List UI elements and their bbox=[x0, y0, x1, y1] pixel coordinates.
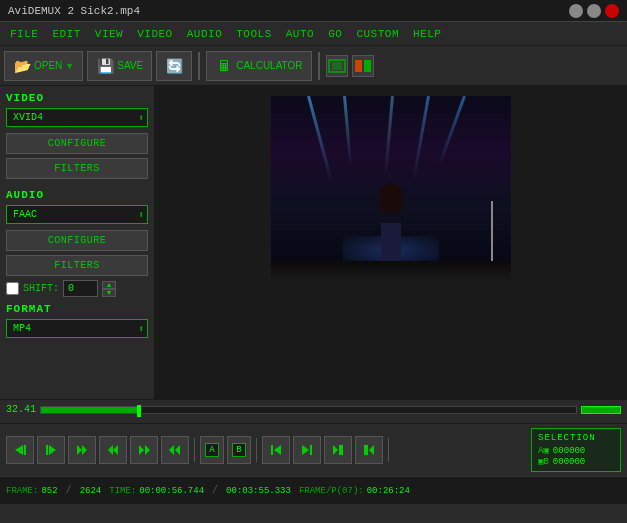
minimize-button[interactable] bbox=[569, 4, 583, 18]
menu-go[interactable]: Go bbox=[322, 26, 348, 42]
mark-b-icon: B bbox=[232, 443, 246, 457]
svg-marker-8 bbox=[77, 445, 82, 455]
svg-marker-11 bbox=[113, 445, 118, 455]
open-icon: 📂 bbox=[13, 57, 31, 75]
open-dropdown-arrow[interactable]: ▼ bbox=[65, 61, 74, 71]
audio-codec-container: FAAC Copy None MP3 ⬍ bbox=[6, 205, 148, 224]
step-forward-icon bbox=[106, 443, 120, 457]
selection-row-b: ▣B 000000 bbox=[538, 456, 614, 467]
transport-sep-1 bbox=[194, 438, 195, 462]
calculator-button[interactable]: 🖩 Calculator bbox=[206, 51, 311, 81]
goto-start-icon bbox=[269, 443, 283, 457]
format-container: MP4 AVI MKV OGM ⬍ bbox=[6, 319, 148, 338]
next-keyframe-button[interactable] bbox=[355, 436, 383, 464]
transport-sep-3 bbox=[388, 438, 389, 462]
transport-rewind-start[interactable] bbox=[6, 436, 34, 464]
display-mode-button[interactable] bbox=[352, 55, 374, 77]
svg-marker-13 bbox=[145, 445, 150, 455]
goto-end-icon bbox=[300, 443, 314, 457]
transport-fast-forward[interactable] bbox=[161, 436, 189, 464]
next-keyframe-icon bbox=[362, 443, 376, 457]
selection-b-icon: ▣B bbox=[538, 456, 549, 467]
menu-audio[interactable]: Audio bbox=[181, 26, 229, 42]
shift-down-button[interactable]: ▼ bbox=[102, 289, 116, 297]
scrubber-time-label: 32.41 bbox=[6, 404, 36, 415]
total-frames-value: 2624 bbox=[80, 486, 102, 496]
format-section: Format MP4 AVI MKV OGM ⬍ bbox=[6, 303, 148, 338]
time-status: Time: 00:00:56.744 bbox=[109, 486, 204, 496]
menu-custom[interactable]: Custom bbox=[350, 26, 405, 42]
video-codec-dropdown[interactable]: Xvid4 Copy None MPEG4 ASP bbox=[6, 108, 148, 127]
time-value: 00:00:56.744 bbox=[139, 486, 204, 496]
format-dropdown[interactable]: MP4 AVI MKV OGM bbox=[6, 319, 148, 338]
menu-auto[interactable]: Auto bbox=[280, 26, 320, 42]
audio-configure-button[interactable]: Configure bbox=[6, 230, 148, 251]
menu-help[interactable]: Help bbox=[407, 26, 447, 42]
scrubber-track[interactable] bbox=[40, 406, 577, 414]
transport-fast-back[interactable] bbox=[130, 436, 158, 464]
light-beam-2 bbox=[343, 96, 352, 166]
prev-keyframe-button[interactable] bbox=[324, 436, 352, 464]
scrubber-area: 32.41 bbox=[0, 399, 627, 423]
save-button[interactable]: 💾 Save bbox=[87, 51, 152, 81]
svg-marker-18 bbox=[302, 445, 309, 455]
mark-a-icon: A bbox=[205, 443, 219, 457]
save-label: Save bbox=[117, 60, 143, 71]
close-button[interactable] bbox=[605, 4, 619, 18]
toolbar: 📂 Open ▼ 💾 Save 🔄 🖩 Calculator bbox=[0, 46, 627, 86]
aspect-ratio-button[interactable] bbox=[326, 55, 348, 77]
shift-input[interactable] bbox=[63, 280, 98, 297]
video-scene bbox=[271, 96, 511, 281]
audio-codec-dropdown[interactable]: FAAC Copy None MP3 bbox=[6, 205, 148, 224]
svg-marker-10 bbox=[108, 445, 113, 455]
menu-edit[interactable]: Edit bbox=[46, 26, 86, 42]
svg-marker-20 bbox=[333, 445, 338, 455]
svg-marker-14 bbox=[169, 445, 174, 455]
status-sep-1: / bbox=[66, 485, 72, 496]
svg-rect-3 bbox=[364, 60, 371, 72]
shift-up-button[interactable]: ▲ bbox=[102, 281, 116, 289]
transport-prev-frame[interactable] bbox=[37, 436, 65, 464]
mark-b-button[interactable]: B bbox=[227, 436, 251, 464]
transport-area: A B Selection A▣ 000000 ▣B 000000 bbox=[0, 423, 627, 476]
performer bbox=[361, 171, 421, 271]
svg-marker-17 bbox=[274, 445, 281, 455]
shift-checkbox[interactable] bbox=[6, 282, 19, 295]
light-beam-5 bbox=[437, 96, 465, 167]
framep-value: 00:26:24 bbox=[367, 486, 410, 496]
menu-video[interactable]: Video bbox=[131, 26, 179, 42]
framep-status: Frame/P(07): 00:26:24 bbox=[299, 486, 410, 496]
video-configure-button[interactable]: Configure bbox=[6, 133, 148, 154]
toolbar-separator-2 bbox=[318, 52, 320, 80]
frame-value: 852 bbox=[41, 486, 57, 496]
prev-frame-icon bbox=[44, 443, 58, 457]
transport-step-forward[interactable] bbox=[99, 436, 127, 464]
video-section-label: Video bbox=[6, 92, 148, 104]
refresh-button[interactable]: 🔄 bbox=[156, 51, 192, 81]
audio-filters-button[interactable]: Filters bbox=[6, 255, 148, 276]
video-preview-area bbox=[155, 86, 627, 399]
status-bar: Frame: 852 / 2624 Time: 00:00:56.744 / 0… bbox=[0, 476, 627, 504]
left-panel: Video Xvid4 Copy None MPEG4 ASP ⬍ Config… bbox=[0, 86, 155, 399]
open-button[interactable]: 📂 Open ▼ bbox=[4, 51, 83, 81]
svg-marker-23 bbox=[369, 445, 374, 455]
time-label: Time: bbox=[109, 486, 136, 496]
menu-tools[interactable]: Tools bbox=[230, 26, 278, 42]
video-filters-button[interactable]: Filters bbox=[6, 158, 148, 179]
frame-status: Frame: 852 bbox=[6, 486, 58, 496]
menu-view[interactable]: View bbox=[89, 26, 129, 42]
menu-file[interactable]: File bbox=[4, 26, 44, 42]
svg-rect-6 bbox=[46, 445, 48, 455]
selection-title: Selection bbox=[538, 433, 614, 443]
goto-start-button[interactable] bbox=[262, 436, 290, 464]
maximize-button[interactable] bbox=[587, 4, 601, 18]
scrubber-thumb[interactable] bbox=[137, 405, 141, 417]
transport-step-back[interactable] bbox=[68, 436, 96, 464]
svg-marker-4 bbox=[15, 445, 23, 455]
performer-head bbox=[382, 191, 400, 213]
fast-back-icon bbox=[137, 443, 151, 457]
goto-end-button[interactable] bbox=[293, 436, 321, 464]
aspect-ratio-icon bbox=[328, 59, 346, 73]
mark-a-button[interactable]: A bbox=[200, 436, 224, 464]
transport-sep-2 bbox=[256, 438, 257, 462]
